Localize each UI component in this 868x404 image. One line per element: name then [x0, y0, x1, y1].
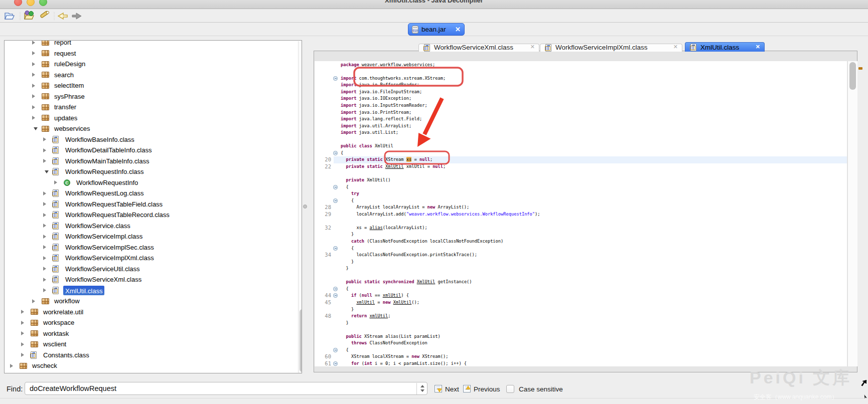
fold-collapse-icon[interactable] [333, 361, 338, 366]
editor-tab-XmlUtil-class[interactable]: XmlUtil.class✕ [685, 42, 765, 52]
expand-icon[interactable] [43, 267, 46, 271]
tree-item-Constants-class[interactable]: Constants.class [5, 350, 296, 361]
jar-tab-bean[interactable]: bean.jar ✕ [408, 23, 465, 36]
tree-scrollbar[interactable] [298, 41, 302, 373]
tree-item-WorkflowService-class[interactable]: WorkflowService.class [5, 221, 296, 232]
find-history-stepper[interactable] [416, 383, 427, 394]
editor-tab-WorkflowServiceXml-class[interactable]: WorkflowServiceXml.class✕ [418, 44, 539, 52]
expand-icon[interactable] [32, 94, 35, 98]
back-icon[interactable] [58, 13, 67, 19]
expand-icon[interactable] [32, 84, 35, 88]
collapse-icon[interactable] [45, 170, 49, 173]
fold-collapse-icon[interactable] [333, 151, 338, 155]
window-title: XmlUtil.class - Java Decompiler [0, 0, 868, 4]
expand-icon[interactable] [43, 202, 46, 206]
search-icon[interactable] [40, 11, 49, 18]
find-next-icon[interactable] [435, 385, 442, 392]
expand-icon[interactable] [43, 137, 46, 141]
fold-collapse-icon[interactable] [333, 198, 338, 203]
fold-collapse-icon[interactable] [333, 287, 338, 291]
tree-item-wsclient[interactable]: wsclient [5, 339, 296, 350]
tree-item-report[interactable]: report [5, 40, 296, 48]
tree-item-WorkflowRequestInfo-class[interactable]: WorkflowRequestInfo.class [5, 166, 296, 177]
expand-icon[interactable] [43, 256, 46, 260]
tree-item-request[interactable]: request [5, 48, 296, 59]
tree-item-workspace[interactable]: workspace [5, 317, 296, 328]
tree-item-worktask[interactable]: worktask [5, 328, 296, 339]
tree-item-ruleDesign[interactable]: ruleDesign [5, 59, 296, 70]
fold-collapse-icon[interactable] [333, 293, 338, 298]
case-sensitive-checkbox[interactable] [506, 385, 514, 393]
code-scrollbar[interactable] [847, 61, 857, 366]
code-scrollbar-thumb[interactable] [849, 62, 856, 90]
tree-item-WorkflowServiceUtil-class[interactable]: WorkflowServiceUtil.class [5, 264, 296, 275]
expand-icon[interactable] [43, 245, 46, 249]
expand-icon[interactable] [21, 310, 24, 314]
expand-icon[interactable] [21, 342, 24, 346]
tree-item-WorkflowServiceXml-class[interactable]: WorkflowServiceXml.class [5, 274, 296, 285]
collapse-icon[interactable] [34, 127, 38, 130]
expand-icon[interactable] [32, 105, 35, 109]
tree-item-workflow[interactable]: workflow [5, 296, 296, 307]
expand-icon[interactable] [21, 321, 24, 325]
expand-icon[interactable] [54, 180, 57, 184]
tree-item-wscheck[interactable]: wscheck [5, 360, 296, 371]
tab-close-icon[interactable]: ✕ [756, 44, 760, 50]
tree-item-WorkflowMainTableInfo-class[interactable]: WorkflowMainTableInfo.class [5, 156, 296, 167]
editor-tab-WorkflowServiceImplXml-class[interactable]: WorkflowServiceImplXml.class✕ [540, 44, 682, 52]
tree-item-WorkflowRequestInfo[interactable]: CWorkflowRequestInfo [5, 177, 296, 188]
expand-icon[interactable] [21, 353, 24, 357]
expand-icon[interactable] [32, 73, 35, 77]
fold-collapse-icon[interactable] [333, 348, 338, 352]
tree-item-transfer[interactable]: transfer [5, 102, 296, 113]
expand-icon[interactable] [43, 191, 46, 195]
forward-icon[interactable] [72, 13, 81, 19]
open-type-icon[interactable] [25, 11, 34, 20]
tree-item-WorkflowServiceImplSec-class[interactable]: WorkflowServiceImplSec.class [5, 242, 296, 253]
tree-item-WorkflowDetailTableInfo-class[interactable]: WorkflowDetailTableInfo.class [5, 145, 296, 156]
tree-item-XmlUtil-class[interactable]: XmlUtil.class [5, 285, 296, 296]
tab-close-icon[interactable]: ✕ [673, 44, 678, 50]
expand-icon[interactable] [32, 41, 35, 45]
tree-item-webservices[interactable]: webservices [5, 123, 296, 134]
tree-item-WorkflowRequestTableRecord-class[interactable]: WorkflowRequestTableRecord.class [5, 210, 296, 221]
tree-item-updates[interactable]: updates [5, 113, 296, 124]
expand-icon[interactable] [43, 159, 46, 163]
tree-item-WorkflowRequestTableField-class[interactable]: WorkflowRequestTableField.class [5, 199, 296, 210]
expand-icon[interactable] [21, 331, 24, 335]
tree-item-workrelate-util[interactable]: workrelate.util [5, 307, 296, 318]
expand-icon[interactable] [43, 148, 46, 152]
expand-icon[interactable] [43, 278, 46, 282]
tree-item-sysPhrase[interactable]: sysPhrase [5, 91, 296, 102]
tree-scrollbar-thumb[interactable] [300, 309, 302, 372]
fold-collapse-icon[interactable] [333, 185, 338, 189]
find-next-button[interactable]: Next [445, 385, 459, 393]
fold-collapse-icon[interactable] [333, 76, 338, 81]
tree-item-search[interactable]: search [5, 70, 296, 81]
tree-item-WorkflowBaseInfo-class[interactable]: WorkflowBaseInfo.class [5, 134, 296, 145]
tab-close-icon[interactable]: ✕ [530, 44, 535, 50]
tree-item-selectItem[interactable]: selectItem [5, 80, 296, 91]
jar-tab-close-icon[interactable]: ✕ [455, 26, 461, 33]
splitter-handle[interactable] [303, 205, 307, 209]
expand-icon[interactable] [32, 62, 35, 66]
tree-item-WorkflowServiceImplXml-class[interactable]: WorkflowServiceImplXml.class [5, 253, 296, 264]
package-tree-panel[interactable]: reportrequestruleDesignsearchselectItems… [4, 40, 302, 373]
expand-icon[interactable] [32, 116, 35, 120]
class-file-icon [53, 211, 59, 219]
expand-icon[interactable] [43, 235, 46, 239]
expand-icon[interactable] [32, 299, 35, 303]
find-previous-button[interactable]: Previous [474, 385, 500, 393]
expand-icon[interactable] [32, 51, 35, 55]
code-area[interactable]: package weaver.workflow.webservices;impo… [315, 61, 847, 366]
find-previous-icon[interactable] [463, 385, 471, 392]
fold-collapse-icon[interactable] [333, 246, 338, 251]
open-file-icon[interactable] [5, 13, 14, 19]
expand-icon[interactable] [43, 213, 46, 217]
tree-item-WorkflowServiceImpl-class[interactable]: WorkflowServiceImpl.class [5, 231, 296, 242]
expand-icon[interactable] [43, 224, 46, 228]
expand-icon[interactable] [10, 364, 13, 368]
expand-icon[interactable] [43, 288, 46, 292]
find-input[interactable]: doCreateWorkflowRequest [25, 382, 427, 395]
tree-item-WorkflowRequestLog-class[interactable]: WorkflowRequestLog.class [5, 188, 296, 199]
